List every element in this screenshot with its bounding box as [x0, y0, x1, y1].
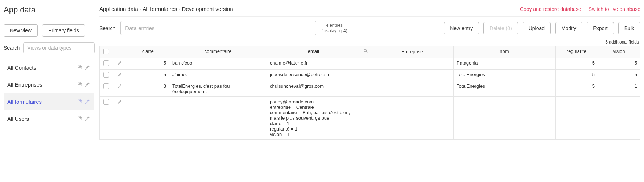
- table-row: 3TotalEnergies, c'est pas fou écologique…: [100, 81, 640, 97]
- cell[interactable]: bah c'cool: [169, 58, 267, 70]
- sidebar-view-label: All Users: [7, 116, 29, 122]
- pencil-icon[interactable]: [85, 115, 91, 122]
- cell[interactable]: 5: [555, 70, 598, 81]
- entry-count: 4 entries (displaying 4): [321, 23, 347, 33]
- column-header[interactable]: email: [267, 46, 360, 58]
- cell[interactable]: onaime@laterre.fr: [267, 58, 360, 70]
- sidebar-view-item[interactable]: All Users: [4, 110, 94, 127]
- sidebar-view-label: All formulaires: [7, 99, 42, 105]
- sidebar-search-input[interactable]: [23, 42, 95, 53]
- cell[interactable]: 5: [555, 58, 598, 70]
- pencil-icon[interactable]: [85, 81, 91, 88]
- cell[interactable]: [555, 97, 598, 140]
- page-title: App data: [4, 4, 94, 19]
- edit-row-button[interactable]: [113, 97, 127, 140]
- toolbar-search-label: Search: [99, 25, 115, 31]
- cell[interactable]: TotalEnergies, c'est pas fou écologiquem…: [169, 81, 267, 97]
- cell[interactable]: 1: [598, 81, 640, 97]
- pencil-icon[interactable]: [85, 64, 91, 71]
- column-header[interactable]: commentaire: [169, 46, 267, 58]
- modify-button[interactable]: Modify: [555, 22, 582, 34]
- copy-icon[interactable]: [77, 98, 83, 105]
- row-checkbox[interactable]: [103, 99, 109, 105]
- cell[interactable]: [454, 97, 556, 140]
- switch-live-link[interactable]: Switch to live database: [589, 6, 640, 12]
- cell[interactable]: [360, 58, 453, 70]
- cell[interactable]: [127, 97, 169, 140]
- cell[interactable]: 5: [555, 81, 598, 97]
- sidebar-view-item[interactable]: All Contacts: [4, 59, 94, 76]
- cell[interactable]: 5: [598, 58, 640, 70]
- column-header[interactable]: nom: [454, 46, 556, 58]
- cell[interactable]: 3: [127, 81, 169, 97]
- sidebar-search-label: Search: [4, 45, 20, 51]
- column-header[interactable]: clarté: [127, 46, 169, 58]
- copy-restore-link[interactable]: Copy and restore database: [520, 6, 581, 12]
- edit-row-button[interactable]: [113, 70, 127, 81]
- copy-icon[interactable]: [77, 64, 83, 71]
- cell[interactable]: TotalEnergies: [454, 70, 556, 81]
- row-checkbox[interactable]: [103, 83, 109, 89]
- svg-point-8: [364, 49, 367, 52]
- upload-button[interactable]: Upload: [523, 22, 551, 34]
- export-button[interactable]: Export: [587, 22, 614, 34]
- delete-button[interactable]: Delete (0): [483, 22, 518, 34]
- copy-icon[interactable]: [77, 81, 83, 88]
- edit-row-button[interactable]: [113, 81, 127, 97]
- cell[interactable]: 5: [127, 58, 169, 70]
- cell[interactable]: jeboisdelessence@petrole.fr: [267, 70, 360, 81]
- cell[interactable]: 5: [598, 70, 640, 81]
- bulk-button[interactable]: Bulk: [618, 22, 640, 34]
- sidebar-view-label: All Contacts: [7, 65, 36, 71]
- cell[interactable]: [360, 97, 453, 140]
- row-checkbox[interactable]: [103, 72, 109, 78]
- cell[interactable]: [598, 97, 640, 140]
- sidebar-view-item[interactable]: All formulaires: [4, 93, 94, 110]
- row-checkbox[interactable]: [103, 60, 109, 66]
- table-row: poney@tornade.com entreprise = Centrale …: [100, 97, 640, 140]
- cell[interactable]: poney@tornade.com entreprise = Centrale …: [267, 97, 360, 140]
- cell[interactable]: chuisuncheval@gros.com: [267, 81, 360, 97]
- sidebar-view-item[interactable]: All Entreprises: [4, 76, 94, 93]
- cell[interactable]: [360, 70, 453, 81]
- table-row: 5bah c'coolonaime@laterre.frPatagonia55: [100, 58, 640, 70]
- cell[interactable]: [169, 97, 267, 140]
- column-header[interactable]: vision: [598, 46, 640, 58]
- column-header-label: Entreprise: [374, 49, 450, 54]
- cell[interactable]: J'aime.: [169, 70, 267, 81]
- toolbar-search-input[interactable]: [120, 21, 316, 35]
- new-entry-button[interactable]: New entry: [444, 22, 479, 34]
- cell[interactable]: TotalEnergies: [454, 81, 556, 97]
- cell[interactable]: Patagonia: [454, 58, 556, 70]
- table-row: 5J'aime.jeboisdelessence@petrole.frTotal…: [100, 70, 640, 81]
- select-all-checkbox[interactable]: [103, 49, 109, 54]
- cell[interactable]: [360, 81, 453, 97]
- new-view-button[interactable]: New view: [4, 24, 38, 37]
- primary-fields-button[interactable]: Primary fields: [42, 24, 85, 37]
- column-header[interactable]: Entreprise: [360, 46, 453, 58]
- column-header[interactable]: régularité: [555, 46, 598, 58]
- additional-fields-label[interactable]: 5 additional fields: [99, 39, 640, 46]
- search-icon[interactable]: [363, 49, 371, 54]
- main-header-title: Application data - All formulaires - Dev…: [99, 6, 233, 12]
- svg-line-9: [366, 51, 367, 53]
- copy-icon[interactable]: [77, 115, 83, 122]
- cell[interactable]: 5: [127, 70, 169, 81]
- sidebar-view-label: All Entreprises: [7, 82, 42, 88]
- edit-row-button[interactable]: [113, 58, 127, 70]
- pencil-icon[interactable]: [85, 98, 91, 105]
